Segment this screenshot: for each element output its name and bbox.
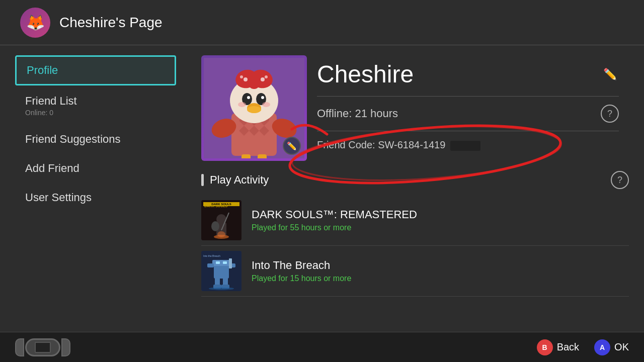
svg-rect-45 (215, 278, 220, 286)
svg-point-24 (238, 102, 246, 107)
svg-point-50 (209, 287, 234, 290)
sidebar-item-friend-list[interactable]: Friend List Online: 0 (15, 87, 176, 124)
game-title-dark-souls: DARK SOULS™: REMASTERED (252, 208, 629, 221)
friend-code-redacted (450, 141, 480, 151)
sidebar-label-user-settings: User Settings (25, 191, 92, 204)
game-playtime-dark-souls: Played for 55 hours or more (252, 223, 629, 232)
bottom-controls: B Back A OK (537, 339, 629, 355)
switch-body (25, 338, 60, 356)
back-label: Back (557, 341, 579, 353)
game-playtime-into-the-breach: Played for 15 hours or more (252, 274, 629, 283)
svg-text:Into the Breach: Into the Breach (203, 254, 220, 257)
game-item-into-the-breach[interactable]: Into the Breach Into The Breach Played f… (201, 246, 629, 297)
avatar-emoji: 🦊 (26, 14, 45, 31)
svg-point-21 (261, 96, 264, 99)
sidebar-item-user-settings[interactable]: User Settings (15, 184, 176, 211)
status-help-icon[interactable]: ? (601, 105, 619, 123)
ds-thumb-label: DARK SOULS (203, 202, 239, 206)
joycon-left (15, 338, 24, 356)
sidebar-label-profile: Profile (27, 64, 58, 76)
svg-point-15 (240, 75, 243, 78)
svg-point-17 (265, 75, 268, 78)
svg-rect-27 (258, 154, 267, 158)
sidebar: Profile Friend List Online: 0 Friend Sug… (0, 45, 191, 332)
status-row: Offline: 21 hours ? (317, 105, 619, 131)
content-area: ✏️ Cheshire ✏️ Offline: 21 hours ? (191, 45, 644, 332)
svg-rect-26 (242, 154, 251, 158)
section-header: Play Activity ? (201, 171, 629, 189)
svg-point-13 (248, 77, 260, 89)
switch-screen (35, 342, 51, 353)
sidebar-label-friend-list: Friend List (25, 95, 77, 107)
a-button-label: A (600, 343, 605, 351)
svg-point-35 (211, 221, 219, 231)
profile-info: Cheshire ✏️ Offline: 21 hours ? Friend C… (307, 55, 629, 161)
game-title-into-the-breach: Into The Breach (252, 259, 629, 272)
profile-top: ✏️ Cheshire ✏️ Offline: 21 hours ? (201, 55, 629, 161)
svg-rect-42 (223, 261, 227, 264)
a-button-circle: A (594, 339, 610, 355)
svg-point-37 (217, 231, 225, 237)
b-button-label: B (542, 343, 547, 351)
svg-rect-41 (216, 261, 220, 264)
game-item-dark-souls[interactable]: DARK SOULS DARK SOULS (201, 195, 629, 246)
sidebar-label-friend-suggestions: Friend Suggestions (25, 133, 121, 145)
game-thumbnail-dark-souls: DARK SOULS DARK SOULS (201, 200, 242, 240)
friend-list-sub: Online: 0 (25, 109, 166, 117)
friend-code-row: Friend Code: SW-6184-1419 (317, 139, 619, 156)
header-avatar: 🦊 (20, 8, 50, 38)
page-title: Cheshire's Page (59, 15, 163, 31)
sidebar-item-friend-suggestions[interactable]: Friend Suggestions (15, 126, 176, 153)
svg-point-20 (247, 96, 250, 99)
game-details-dark-souls: DARK SOULS™: REMASTERED Played for 55 ho… (252, 208, 629, 232)
bottom-bar: B Back A OK (0, 332, 644, 362)
itb-art: Into the Breach (201, 251, 242, 291)
svg-rect-46 (223, 278, 228, 286)
svg-rect-49 (229, 258, 232, 268)
svg-rect-43 (207, 263, 214, 267)
svg-rect-40 (212, 260, 230, 266)
header: 🦊 Cheshire's Page (0, 0, 644, 45)
back-button[interactable]: B Back (537, 339, 579, 355)
friend-code-value: SW-6184-1419 (378, 139, 445, 150)
section-title: Play Activity (201, 173, 269, 187)
friend-code-label: Friend Code: (317, 139, 375, 150)
ok-label: OK (614, 341, 629, 353)
sidebar-item-add-friend[interactable]: Add Friend (15, 155, 176, 182)
game-thumbnail-into-the-breach: Into the Breach (201, 251, 242, 291)
avatar-edit-button[interactable]: ✏️ (283, 137, 301, 155)
svg-point-16 (261, 77, 265, 81)
game-details-into-the-breach: Into The Breach Played for 15 hours or m… (252, 259, 629, 283)
svg-point-25 (262, 102, 270, 107)
play-activity-section: Play Activity ? DARK SOULS DARK SOULS (201, 171, 629, 297)
dark-souls-art: DARK SOULS (201, 200, 242, 240)
main-content: Profile Friend List Online: 0 Friend Sug… (0, 45, 644, 332)
ok-button[interactable]: A OK (594, 339, 629, 355)
profile-name-row: Cheshire ✏️ (317, 60, 619, 97)
sidebar-label-add-friend: Add Friend (25, 162, 79, 174)
svg-point-14 (244, 77, 248, 81)
play-activity-help-icon[interactable]: ? (611, 171, 629, 189)
profile-edit-icon[interactable]: ✏️ (601, 65, 619, 83)
profile-avatar: ✏️ (201, 55, 307, 161)
status-text: Offline: 21 hours (317, 107, 398, 120)
b-button-circle: B (537, 339, 553, 355)
svg-point-23 (247, 106, 261, 113)
sidebar-item-profile[interactable]: Profile (15, 55, 176, 85)
friend-code-text: Friend Code: SW-6184-1419 (317, 139, 480, 151)
switch-icon (15, 338, 70, 356)
joycon-right (61, 338, 70, 356)
profile-name: Cheshire (317, 60, 414, 88)
